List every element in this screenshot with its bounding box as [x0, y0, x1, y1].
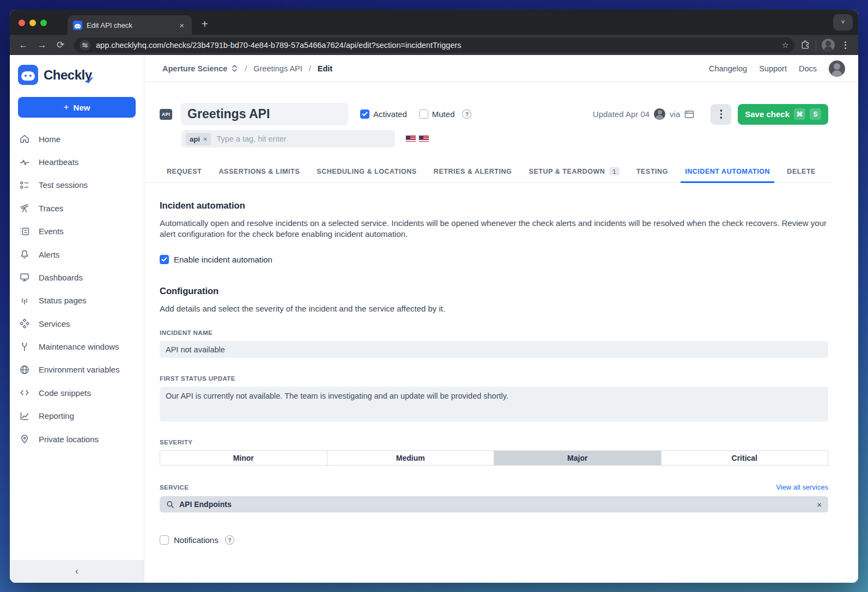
sidebar-item-alerts[interactable]: Alerts — [10, 243, 144, 266]
sidebar-item-private-locations[interactable]: Private locations — [10, 428, 144, 450]
sidebar-item-services[interactable]: Services — [10, 312, 144, 335]
tag-remove-icon[interactable]: × — [203, 135, 208, 143]
enable-incident-automation-label: Enable incident automation — [174, 255, 272, 264]
sidebar-item-traces[interactable]: Traces — [10, 197, 144, 219]
tab-search-button[interactable]: ˅ — [833, 14, 853, 30]
tab-testing[interactable]: TESTING — [632, 162, 672, 182]
tab-title: Edit API check — [87, 21, 173, 29]
service-value: API Endpoints — [179, 500, 812, 509]
changelog-link[interactable]: Changelog — [709, 64, 747, 73]
incident-name-label: INCIDENT NAME — [160, 329, 828, 336]
extensions-icon[interactable] — [800, 40, 810, 50]
sidebar-item-events[interactable]: Events — [10, 220, 144, 243]
edit-check-content: API Activated Muted ? — [144, 82, 858, 583]
tab-delete[interactable]: DELETE — [782, 162, 820, 182]
bell-icon — [19, 249, 30, 260]
browser-tab[interactable]: Edit API check × — [68, 15, 192, 35]
monitor-icon — [19, 272, 30, 283]
tab-incident-automation[interactable]: INCIDENT AUTOMATION — [681, 162, 774, 182]
forward-button[interactable]: → — [34, 38, 50, 53]
service-select[interactable]: API Endpoints × — [160, 496, 828, 512]
breadcrumb: Aperture Science / Greetings API / Edit — [162, 64, 332, 73]
first-status-update-textarea[interactable]: Our API is currently not available. The … — [160, 387, 828, 422]
sidebar-collapse-button[interactable]: ‹ — [10, 560, 144, 583]
heartbeat-icon — [19, 157, 30, 168]
browser-tab-strip: Edit API check × + ˅ — [10, 10, 858, 35]
service-clear-icon[interactable]: × — [817, 500, 822, 509]
muted-checkbox-row: Muted — [419, 109, 455, 119]
sidebar-item-status-pages[interactable]: Status pages — [10, 289, 144, 312]
events-icon — [19, 226, 30, 237]
reload-button[interactable]: ⟳ — [52, 38, 69, 53]
sidebar-item-dashboards[interactable]: Dashboards — [10, 266, 144, 289]
check-name-input[interactable] — [181, 103, 348, 125]
support-link[interactable]: Support — [759, 64, 787, 73]
muted-label: Muted — [432, 109, 455, 119]
notifications-checkbox[interactable] — [160, 535, 169, 545]
checkly-brand[interactable]: Checkly — [10, 55, 144, 93]
account-switcher[interactable]: Aperture Science — [162, 64, 238, 73]
breadcrumb-current-page: Edit — [318, 64, 332, 73]
section-description: Automatically open and resolve incidents… — [160, 218, 828, 240]
tab-setup-teardown[interactable]: SETUP & TEARDOWN 1 — [525, 162, 624, 182]
breadcrumb-separator: / — [245, 64, 247, 73]
browser-toolbar: ← → ⟳ app.checklyhq.com/checks/23b4791b-… — [10, 35, 858, 55]
muted-checkbox[interactable] — [419, 109, 428, 119]
sidebar-item-label: Heartbeats — [39, 157, 78, 167]
home-icon — [19, 133, 30, 144]
view-all-services-link[interactable]: View all services — [776, 483, 828, 491]
breadcrumb-separator: / — [309, 64, 311, 73]
breadcrumb-check-link[interactable]: Greetings API — [253, 64, 302, 73]
save-check-button[interactable]: Save check ⌘ S — [738, 104, 828, 125]
first-status-update-label: FIRST STATUS UPDATE — [160, 375, 828, 382]
new-tab-button[interactable]: + — [198, 18, 211, 30]
checkly-app: Checkly + New Home Heartbeats Test sessi… — [10, 55, 858, 583]
enable-incident-automation-checkbox[interactable] — [160, 255, 169, 264]
severity-option-major[interactable]: Major — [494, 451, 661, 465]
sidebar-item-maintenance-windows[interactable]: Maintenance windows — [10, 335, 144, 358]
sidebar-item-reporting[interactable]: Reporting — [10, 405, 144, 428]
back-button[interactable]: ← — [15, 38, 32, 53]
docs-link[interactable]: Docs — [799, 64, 817, 73]
tab-close-icon[interactable]: × — [177, 20, 186, 30]
sidebar-item-environment-variables[interactable]: Environment variables — [10, 358, 144, 381]
browser-menu-icon[interactable] — [840, 41, 851, 49]
site-settings-icon[interactable] — [80, 40, 90, 51]
severity-option-medium[interactable]: Medium — [327, 451, 495, 465]
severity-option-minor[interactable]: Minor — [160, 451, 327, 465]
sidebar-item-label: Reporting — [39, 411, 74, 420]
incident-name-input[interactable] — [160, 341, 828, 358]
sidebar-item-code-snippets[interactable]: Code snippets — [10, 381, 144, 404]
minimize-window-button[interactable] — [29, 20, 36, 26]
chevron-updown-icon — [231, 64, 238, 72]
sidebar-item-label: Services — [39, 319, 70, 328]
tab-scheduling-locations[interactable]: SCHEDULING & LOCATIONS — [312, 162, 421, 182]
tag-placeholder: Type a tag, hit enter — [216, 135, 286, 143]
notifications-help-icon[interactable]: ? — [225, 535, 234, 545]
updated-text: Updated Apr 04 — [593, 109, 650, 119]
tab-assertions-limits[interactable]: ASSERTIONS & LIMITS — [214, 162, 304, 182]
more-options-button[interactable] — [711, 104, 731, 125]
new-button[interactable]: + New — [18, 97, 136, 118]
report-chart-icon — [19, 411, 30, 422]
title-actions: Updated Apr 04 via Save check ⌘ S — [593, 104, 828, 125]
tab-retries-alerting[interactable]: RETRIES & ALERTING — [429, 162, 516, 182]
sidebar-item-heartbeats[interactable]: Heartbeats — [10, 150, 144, 173]
close-window-button[interactable] — [19, 20, 25, 26]
zoom-window-button[interactable] — [40, 20, 47, 26]
tag-input[interactable]: api × Type a tag, hit enter — [181, 130, 395, 148]
user-avatar[interactable] — [829, 60, 845, 77]
check-tabs: REQUEST ASSERTIONS & LIMITS SCHEDULING &… — [144, 162, 831, 183]
browser-profile-avatar[interactable] — [822, 39, 835, 52]
section-title: Incident automation — [160, 200, 828, 211]
address-bar[interactable]: app.checklyhq.com/checks/23b4791b-bd70-4… — [74, 38, 794, 53]
url-text[interactable]: app.checklyhq.com/checks/23b4791b-bd70-4… — [96, 41, 776, 50]
severity-option-critical[interactable]: Critical — [661, 451, 828, 465]
tab-request[interactable]: REQUEST — [162, 162, 206, 182]
sidebar-item-home[interactable]: Home — [10, 127, 144, 150]
bookmark-star-icon[interactable]: ☆ — [782, 40, 789, 50]
us-flag-icon — [419, 136, 429, 142]
sidebar-item-test-sessions[interactable]: Test sessions — [10, 174, 144, 197]
activated-checkbox[interactable] — [360, 109, 369, 119]
activation-help-icon[interactable]: ? — [462, 109, 471, 119]
